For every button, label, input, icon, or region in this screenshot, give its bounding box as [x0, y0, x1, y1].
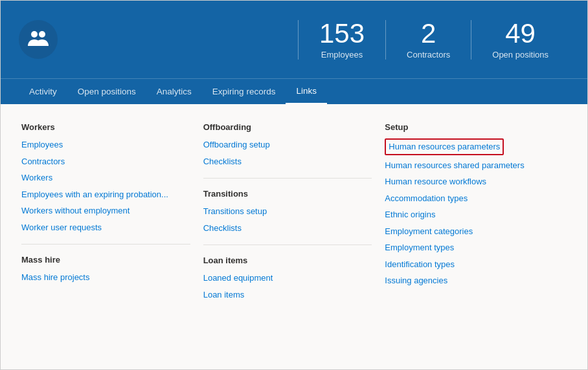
stat-item-contractors: 2 Contractors — [385, 20, 471, 60]
link-loan-items[interactable]: Loan items — [203, 288, 372, 301]
nav-item-open-positions[interactable]: Open positions — [67, 78, 146, 104]
section-heading-setup: Setup — [385, 122, 554, 132]
navbar: ActivityOpen positionsAnalyticsExpiring … — [1, 78, 587, 104]
link-employment-types[interactable]: Employment types — [385, 241, 554, 254]
nav-item-expiring-records[interactable]: Expiring records — [202, 78, 286, 104]
header-stats: 153 Employees 2 Contractors 49 Open posi… — [298, 20, 569, 60]
link-employees[interactable]: Employees — [21, 138, 190, 151]
app-frame: 153 Employees 2 Contractors 49 Open posi… — [0, 0, 588, 370]
link-transitions-setup[interactable]: Transitions setup — [203, 205, 372, 218]
nav-item-analytics[interactable]: Analytics — [146, 78, 202, 104]
stat-number: 49 — [505, 20, 536, 47]
stat-label: Contractors — [407, 50, 450, 60]
link-human-resources-parameters[interactable]: Human resources parameters — [389, 140, 500, 153]
link-mass-hire-projects[interactable]: Mass hire projects — [21, 271, 190, 284]
link-workers[interactable]: Workers — [21, 171, 190, 184]
link-employment-categories[interactable]: Employment categories — [385, 225, 554, 238]
highlighted-link-box: Human resources parameters — [385, 138, 504, 155]
offboarding-column: OffboardingOffboarding setupChecklistsTr… — [203, 122, 385, 356]
link-accommodation-types[interactable]: Accommodation types — [385, 192, 554, 205]
section-heading-mass-hire: Mass hire — [21, 255, 190, 265]
link-loaned-equipment[interactable]: Loaned equipment — [203, 272, 372, 285]
section-divider — [203, 178, 372, 179]
svg-point-1 — [39, 31, 45, 38]
link-ethnic-origins[interactable]: Ethnic origins — [385, 208, 554, 221]
link-offboarding-setup[interactable]: Offboarding setup — [203, 138, 372, 151]
stat-label: Employees — [321, 50, 363, 60]
setup-column: SetupHuman resources parametersHuman res… — [385, 122, 567, 356]
link-workers-without-employment[interactable]: Workers without employment — [21, 204, 190, 217]
workers-column: WorkersEmployeesContractorsWorkersEmploy… — [21, 122, 203, 356]
people-group-icon — [27, 28, 50, 51]
section-heading-offboarding: Offboarding — [203, 122, 372, 132]
svg-point-0 — [31, 31, 38, 38]
link-issuing-agencies[interactable]: Issuing agencies — [385, 274, 554, 287]
link-human-resource-workflows[interactable]: Human resource workflows — [385, 175, 554, 188]
link-contractors[interactable]: Contractors — [21, 155, 190, 168]
section-divider — [203, 245, 372, 245]
stat-number: 153 — [319, 20, 365, 47]
stat-item-open-positions: 49 Open positions — [471, 20, 569, 60]
app-icon — [19, 20, 58, 59]
stat-label: Open positions — [492, 50, 548, 60]
nav-item-links[interactable]: Links — [286, 78, 327, 104]
section-heading-loan-items: Loan items — [203, 256, 372, 265]
content-area: WorkersEmployeesContractorsWorkersEmploy… — [1, 104, 587, 369]
link-checklists[interactable]: Checklists — [203, 155, 372, 168]
link-employees-with-an-expiring-probation---[interactable]: Employees with an expiring probation... — [21, 188, 190, 201]
header: 153 Employees 2 Contractors 49 Open posi… — [1, 1, 587, 78]
link-identification-types[interactable]: Identification types — [385, 258, 554, 271]
nav-item-activity[interactable]: Activity — [19, 78, 67, 104]
section-divider — [21, 244, 190, 245]
section-heading-transitions: Transitions — [203, 189, 372, 199]
link-checklists[interactable]: Checklists — [203, 222, 372, 235]
stat-item-employees: 153 Employees — [298, 20, 385, 60]
stat-number: 2 — [421, 20, 436, 47]
link-human-resources-shared-parameters[interactable]: Human resources shared parameters — [385, 159, 554, 172]
link-worker-user-requests[interactable]: Worker user requests — [21, 221, 190, 234]
section-heading-workers: Workers — [21, 122, 190, 132]
